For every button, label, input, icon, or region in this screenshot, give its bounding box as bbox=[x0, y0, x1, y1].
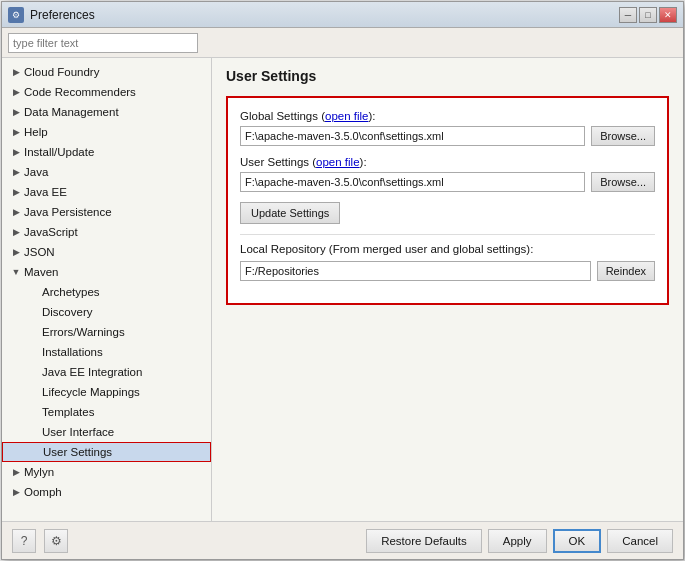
tree-arrow-mylyn: ▶ bbox=[10, 466, 22, 478]
sidebar-label-archetypes: Archetypes bbox=[42, 286, 100, 298]
ok-button[interactable]: OK bbox=[553, 529, 602, 553]
sidebar-label-java-ee: Java EE bbox=[24, 186, 67, 198]
sidebar-label-java-persistence: Java Persistence bbox=[24, 206, 112, 218]
sidebar-item-install-update[interactable]: ▶Install/Update bbox=[2, 142, 211, 162]
sidebar-item-mylyn[interactable]: ▶Mylyn bbox=[2, 462, 211, 482]
sidebar-label-lifecycle-mappings: Lifecycle Mappings bbox=[42, 386, 140, 398]
tree-arrow-code-recommenders: ▶ bbox=[10, 86, 22, 98]
title-bar-buttons: ─ □ ✕ bbox=[619, 7, 677, 23]
title-bar: ⚙ Preferences ─ □ ✕ bbox=[2, 2, 683, 28]
tree-arrow-java-ee: ▶ bbox=[10, 186, 22, 198]
local-repo-input[interactable] bbox=[240, 261, 591, 281]
sidebar-label-help: Help bbox=[24, 126, 48, 138]
tree-arrow-archetypes bbox=[28, 286, 40, 298]
sidebar-item-javascript[interactable]: ▶JavaScript bbox=[2, 222, 211, 242]
apply-button[interactable]: Apply bbox=[488, 529, 547, 553]
maximize-button[interactable]: □ bbox=[639, 7, 657, 23]
tree-arrow-help: ▶ bbox=[10, 126, 22, 138]
tree-arrow-data-management: ▶ bbox=[10, 106, 22, 118]
window-title: Preferences bbox=[30, 8, 619, 22]
sidebar-item-archetypes[interactable]: Archetypes bbox=[2, 282, 211, 302]
sidebar-item-data-management[interactable]: ▶Data Management bbox=[2, 102, 211, 122]
page-title: User Settings bbox=[226, 68, 669, 84]
tree-arrow-user-settings bbox=[29, 446, 41, 458]
global-settings-browse-button[interactable]: Browse... bbox=[591, 126, 655, 146]
user-settings-link[interactable]: open file bbox=[316, 156, 359, 168]
sidebar-label-installations: Installations bbox=[42, 346, 103, 358]
window-icon: ⚙ bbox=[8, 7, 24, 23]
global-settings-label: Global Settings (open file): bbox=[240, 110, 655, 122]
tree-arrow-templates bbox=[28, 406, 40, 418]
sidebar-label-user-interface: User Interface bbox=[42, 426, 114, 438]
sidebar-item-java-ee-integration[interactable]: Java EE Integration bbox=[2, 362, 211, 382]
sidebar-item-installations[interactable]: Installations bbox=[2, 342, 211, 362]
tree-arrow-cloud-foundry: ▶ bbox=[10, 66, 22, 78]
sidebar-item-user-settings[interactable]: User Settings bbox=[2, 442, 211, 462]
user-settings-browse-button[interactable]: Browse... bbox=[591, 172, 655, 192]
reindex-button[interactable]: Reindex bbox=[597, 261, 655, 281]
close-button[interactable]: ✕ bbox=[659, 7, 677, 23]
global-settings-input[interactable] bbox=[240, 126, 585, 146]
sidebar-label-data-management: Data Management bbox=[24, 106, 119, 118]
sidebar-label-templates: Templates bbox=[42, 406, 94, 418]
tree-arrow-install-update: ▶ bbox=[10, 146, 22, 158]
sidebar-item-discovery[interactable]: Discovery bbox=[2, 302, 211, 322]
sidebar-item-lifecycle-mappings[interactable]: Lifecycle Mappings bbox=[2, 382, 211, 402]
minimize-button[interactable]: ─ bbox=[619, 7, 637, 23]
sidebar-label-java: Java bbox=[24, 166, 48, 178]
tree-arrow-discovery bbox=[28, 306, 40, 318]
tree-arrow-user-interface bbox=[28, 426, 40, 438]
restore-defaults-button[interactable]: Restore Defaults bbox=[366, 529, 482, 553]
sidebar-item-java-ee[interactable]: ▶Java EE bbox=[2, 182, 211, 202]
toolbar bbox=[2, 28, 683, 58]
sidebar-label-discovery: Discovery bbox=[42, 306, 92, 318]
tree-arrow-java-persistence: ▶ bbox=[10, 206, 22, 218]
local-repo-row: Reindex bbox=[240, 261, 655, 281]
user-settings-label: User Settings (open file): bbox=[240, 156, 655, 168]
tree-arrow-maven: ▼ bbox=[10, 266, 22, 278]
sidebar-label-java-ee-integration: Java EE Integration bbox=[42, 366, 142, 378]
tree-arrow-installations bbox=[28, 346, 40, 358]
global-settings-row: Browse... bbox=[240, 126, 655, 146]
user-settings-row: Browse... bbox=[240, 172, 655, 192]
sidebar-item-code-recommenders[interactable]: ▶Code Recommenders bbox=[2, 82, 211, 102]
sidebar-item-java[interactable]: ▶Java bbox=[2, 162, 211, 182]
sidebar-item-json[interactable]: ▶JSON bbox=[2, 242, 211, 262]
cancel-button[interactable]: Cancel bbox=[607, 529, 673, 553]
help-button[interactable]: ? bbox=[12, 529, 36, 553]
sidebar-item-help[interactable]: ▶Help bbox=[2, 122, 211, 142]
main-area: ▶Cloud Foundry▶Code Recommenders▶Data Ma… bbox=[2, 58, 683, 521]
tree-arrow-oomph: ▶ bbox=[10, 486, 22, 498]
sidebar-label-mylyn: Mylyn bbox=[24, 466, 54, 478]
tree-arrow-java: ▶ bbox=[10, 166, 22, 178]
tree-arrow-javascript: ▶ bbox=[10, 226, 22, 238]
footer-right: Restore Defaults Apply OK Cancel bbox=[366, 529, 673, 553]
local-repo-label: Local Repository (From merged user and g… bbox=[240, 243, 655, 255]
tree-arrow-json: ▶ bbox=[10, 246, 22, 258]
user-settings-input[interactable] bbox=[240, 172, 585, 192]
sidebar-label-user-settings: User Settings bbox=[43, 446, 112, 458]
sidebar-item-user-interface[interactable]: User Interface bbox=[2, 422, 211, 442]
sidebar-item-maven[interactable]: ▼Maven bbox=[2, 262, 211, 282]
sidebar-label-cloud-foundry: Cloud Foundry bbox=[24, 66, 99, 78]
global-settings-link[interactable]: open file bbox=[325, 110, 368, 122]
sidebar-label-oomph: Oomph bbox=[24, 486, 62, 498]
sidebar-item-cloud-foundry[interactable]: ▶Cloud Foundry bbox=[2, 62, 211, 82]
sidebar-label-javascript: JavaScript bbox=[24, 226, 78, 238]
sidebar-item-java-persistence[interactable]: ▶Java Persistence bbox=[2, 202, 211, 222]
preferences-window: ⚙ Preferences ─ □ ✕ ▶Cloud Foundry▶Code … bbox=[1, 1, 684, 560]
preferences-button[interactable]: ⚙ bbox=[44, 529, 68, 553]
footer: ? ⚙ Restore Defaults Apply OK Cancel bbox=[2, 521, 683, 559]
sidebar-label-errors-warnings: Errors/Warnings bbox=[42, 326, 125, 338]
settings-panel: Global Settings (open file): Browse... U… bbox=[226, 96, 669, 305]
sidebar-item-oomph[interactable]: ▶Oomph bbox=[2, 482, 211, 502]
sidebar-label-json: JSON bbox=[24, 246, 55, 258]
update-settings-button[interactable]: Update Settings bbox=[240, 202, 340, 224]
tree-arrow-lifecycle-mappings bbox=[28, 386, 40, 398]
sidebar-label-install-update: Install/Update bbox=[24, 146, 94, 158]
sidebar-item-templates[interactable]: Templates bbox=[2, 402, 211, 422]
sidebar-label-maven: Maven bbox=[24, 266, 59, 278]
filter-input[interactable] bbox=[8, 33, 198, 53]
tree-arrow-java-ee-integration bbox=[28, 366, 40, 378]
sidebar-item-errors-warnings[interactable]: Errors/Warnings bbox=[2, 322, 211, 342]
